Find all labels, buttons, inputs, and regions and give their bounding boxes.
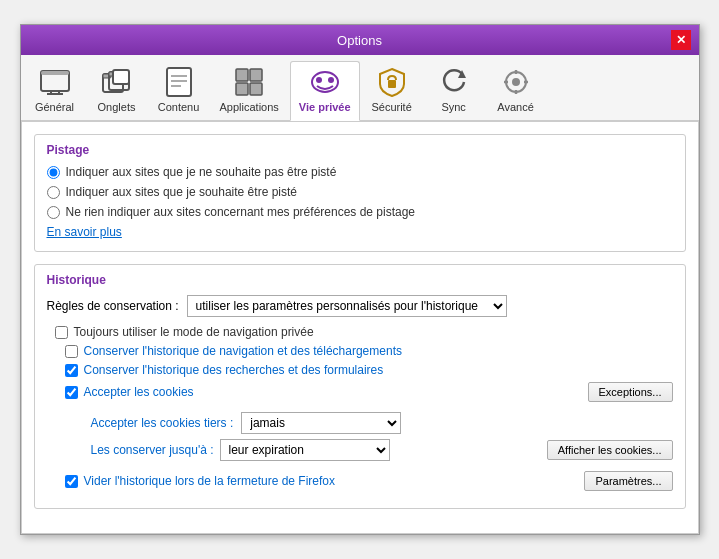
vider-historique-row: Vider l'historique lors de la fermeture …	[55, 471, 673, 491]
tiers-label: Accepter les cookies tiers :	[91, 416, 234, 430]
pistage-title: Pistage	[47, 143, 673, 157]
vider-historique-label[interactable]: Vider l'historique lors de la fermeture …	[84, 474, 336, 488]
toolbar: Général Onglets Contenu Applications Vie…	[21, 55, 699, 121]
hist-nav-row: Conserver l'historique de navigation et …	[55, 344, 673, 358]
applications-icon	[233, 66, 265, 98]
hist-recherche-checkbox[interactable]	[65, 364, 78, 377]
svg-point-20	[328, 77, 334, 83]
pistage-option-2[interactable]: Indiquer aux sites que je souhaite être …	[47, 185, 673, 199]
pistage-option-1[interactable]: Indiquer aux sites que je ne souhaite pa…	[47, 165, 673, 179]
svg-rect-15	[250, 69, 262, 81]
securite-icon	[376, 66, 408, 98]
hist-nav-label[interactable]: Conserver l'historique de navigation et …	[84, 344, 402, 358]
toolbar-btn-label-applications: Applications	[220, 101, 279, 113]
accepter-cookies-row: Accepter les cookies Exceptions...	[55, 382, 673, 402]
afficher-cookies-button[interactable]: Afficher les cookies...	[547, 440, 673, 460]
svg-point-19	[316, 77, 322, 83]
toolbar-btn-securite[interactable]: Sécurité	[362, 61, 422, 120]
toolbar-btn-onglets[interactable]: Onglets	[87, 61, 147, 120]
pistage-radio-2[interactable]	[47, 186, 60, 199]
tiers-row: Accepter les cookies tiers : jamaistoujo…	[55, 412, 673, 434]
pistage-radio-1[interactable]	[47, 166, 60, 179]
toolbar-btn-label-general: Général	[35, 101, 74, 113]
exceptions-button[interactable]: Exceptions...	[588, 382, 673, 402]
toolbar-btn-label-onglets: Onglets	[98, 101, 136, 113]
vider-historique-checkbox[interactable]	[65, 475, 78, 488]
toolbar-btn-sync[interactable]: Sync	[424, 61, 484, 120]
pistage-radio-group: Indiquer aux sites que je ne souhaite pa…	[47, 165, 673, 219]
parametres-button[interactable]: Paramètres...	[584, 471, 672, 491]
conserver-select[interactable]: leur expirationla fermeture de Firefoxme…	[220, 439, 390, 461]
conserver-jusqua-row: Les conserver jusqu'à : leur expirationl…	[55, 439, 673, 461]
avance-icon	[500, 66, 532, 98]
window-title: Options	[49, 33, 671, 48]
accepter-cookies-label[interactable]: Accepter les cookies	[84, 385, 194, 399]
toolbar-btn-label-contenu: Contenu	[158, 101, 200, 113]
en-savoir-plus-link[interactable]: En savoir plus	[47, 225, 122, 239]
hist-recherche-label[interactable]: Conserver l'historique des recherches et…	[84, 363, 384, 377]
vieprivee-icon	[309, 66, 341, 98]
main-content: Pistage Indiquer aux sites que je ne sou…	[21, 121, 699, 534]
svg-point-23	[512, 78, 520, 86]
onglets-icon	[101, 66, 133, 98]
toolbar-btn-label-vieprivee: Vie privée	[299, 101, 351, 113]
historique-title: Historique	[47, 273, 673, 287]
hist-nav-checkbox[interactable]	[65, 345, 78, 358]
options-window: Options ✕ Général Onglets Contenu Applic…	[20, 24, 700, 535]
conservation-row: Règles de conservation : utiliser les pa…	[47, 295, 673, 317]
svg-rect-1	[41, 71, 69, 75]
toolbar-btn-vieprivee[interactable]: Vie privée	[290, 61, 360, 121]
mode-prive-row: Toujours utiliser le mode de navigation …	[55, 325, 673, 339]
pistage-section: Pistage Indiquer aux sites que je ne sou…	[34, 134, 686, 252]
general-icon	[39, 66, 71, 98]
toolbar-btn-label-securite: Sécurité	[371, 101, 411, 113]
conserver-label: Les conserver jusqu'à :	[91, 443, 214, 457]
pistage-option-3[interactable]: Ne rien indiquer aux sites concernant me…	[47, 205, 673, 219]
mode-prive-checkbox[interactable]	[55, 326, 68, 339]
pistage-label-3: Ne rien indiquer aux sites concernant me…	[66, 205, 416, 219]
pistage-label-2: Indiquer aux sites que je souhaite être …	[66, 185, 297, 199]
hist-recherche-row: Conserver l'historique des recherches et…	[55, 363, 673, 377]
pistage-radio-3[interactable]	[47, 206, 60, 219]
checkbox-group: Toujours utiliser le mode de navigation …	[47, 325, 673, 496]
toolbar-btn-label-avance: Avancé	[497, 101, 534, 113]
sync-icon	[438, 66, 470, 98]
toolbar-btn-general[interactable]: Général	[25, 61, 85, 120]
toolbar-btn-contenu[interactable]: Contenu	[149, 61, 209, 120]
svg-rect-14	[236, 69, 248, 81]
svg-rect-17	[250, 83, 262, 95]
historique-section: Historique Règles de conservation : util…	[34, 264, 686, 509]
title-bar: Options ✕	[21, 25, 699, 55]
svg-rect-9	[113, 70, 129, 84]
accepter-cookies-checkbox[interactable]	[65, 386, 78, 399]
tiers-select[interactable]: jamaistoujoursdes sites visités	[241, 412, 401, 434]
svg-rect-21	[388, 80, 396, 88]
mode-prive-label[interactable]: Toujours utiliser le mode de navigation …	[74, 325, 314, 339]
toolbar-btn-avance[interactable]: Avancé	[486, 61, 546, 120]
toolbar-btn-applications[interactable]: Applications	[211, 61, 288, 120]
conservation-select[interactable]: utiliser les paramètres personnalisés po…	[187, 295, 507, 317]
svg-rect-16	[236, 83, 248, 95]
pistage-label-1: Indiquer aux sites que je ne souhaite pa…	[66, 165, 337, 179]
toolbar-btn-label-sync: Sync	[441, 101, 465, 113]
close-button[interactable]: ✕	[671, 30, 691, 50]
contenu-icon	[163, 66, 195, 98]
conservation-label: Règles de conservation :	[47, 299, 179, 313]
